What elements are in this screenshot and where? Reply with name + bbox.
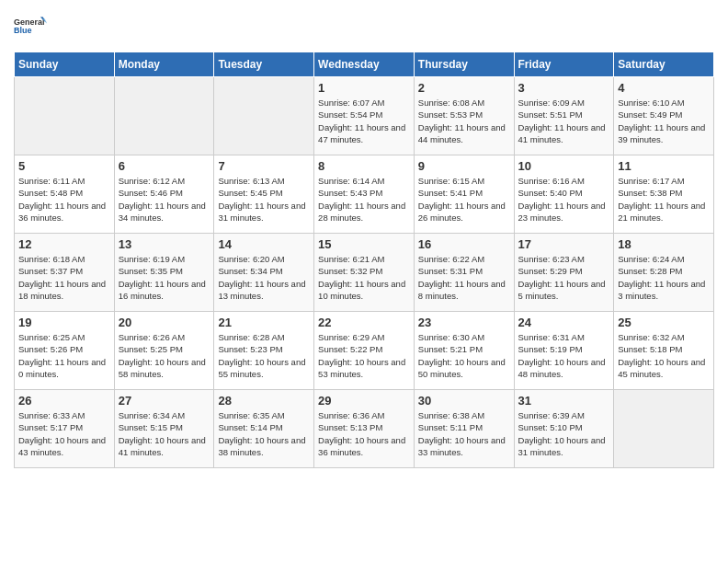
calendar-cell: 15Sunrise: 6:21 AMSunset: 5:32 PMDayligh… [314, 234, 415, 312]
day-info: Sunrise: 6:29 AMSunset: 5:22 PMDaylight:… [318, 331, 410, 380]
calendar-cell: 14Sunrise: 6:20 AMSunset: 5:34 PMDayligh… [214, 234, 314, 312]
calendar-cell: 21Sunrise: 6:28 AMSunset: 5:23 PMDayligh… [214, 312, 314, 390]
day-number: 28 [218, 394, 310, 408]
calendar-container: General Blue SundayMondayTuesdayWednesda… [0, 0, 728, 477]
calendar-cell: 9Sunrise: 6:15 AMSunset: 5:41 PMDaylight… [414, 155, 514, 234]
day-number: 18 [618, 237, 710, 251]
header: General Blue [14, 9, 714, 42]
day-info: Sunrise: 6:10 AMSunset: 5:49 PMDaylight:… [618, 97, 710, 145]
day-info: Sunrise: 6:07 AMSunset: 5:54 PMDaylight:… [318, 97, 410, 145]
day-info: Sunrise: 6:11 AMSunset: 5:48 PMDaylight:… [18, 175, 110, 224]
day-number: 21 [218, 316, 310, 329]
day-info: Sunrise: 6:08 AMSunset: 5:53 PMDaylight:… [418, 97, 510, 145]
day-number: 24 [518, 316, 610, 329]
calendar-cell: 6Sunrise: 6:12 AMSunset: 5:46 PMDaylight… [114, 155, 214, 234]
day-number: 2 [418, 81, 510, 95]
calendar-cell: 16Sunrise: 6:22 AMSunset: 5:31 PMDayligh… [414, 234, 514, 312]
calendar-cell: 2Sunrise: 6:08 AMSunset: 5:53 PMDaylight… [414, 77, 514, 155]
calendar-cell: 20Sunrise: 6:26 AMSunset: 5:25 PMDayligh… [114, 312, 214, 390]
calendar-cell: 26Sunrise: 6:33 AMSunset: 5:17 PMDayligh… [15, 390, 115, 468]
day-info: Sunrise: 6:28 AMSunset: 5:23 PMDaylight:… [218, 331, 310, 380]
day-info: Sunrise: 6:16 AMSunset: 5:40 PMDaylight:… [518, 175, 610, 224]
svg-text:General: General [14, 17, 45, 27]
day-number: 14 [218, 237, 310, 251]
day-info: Sunrise: 6:39 AMSunset: 5:10 PMDaylight:… [518, 409, 610, 458]
day-number: 3 [518, 81, 610, 95]
weekday-header-sunday: Sunday [15, 52, 115, 77]
day-info: Sunrise: 6:26 AMSunset: 5:25 PMDaylight:… [119, 331, 210, 380]
calendar-week-row: 26Sunrise: 6:33 AMSunset: 5:17 PMDayligh… [15, 390, 714, 468]
weekday-header-wednesday: Wednesday [314, 52, 415, 77]
calendar-cell: 13Sunrise: 6:19 AMSunset: 5:35 PMDayligh… [114, 234, 214, 312]
calendar-cell: 1Sunrise: 6:07 AMSunset: 5:54 PMDaylight… [314, 77, 415, 155]
day-number: 13 [119, 237, 210, 251]
day-number: 31 [518, 394, 610, 408]
calendar-cell: 25Sunrise: 6:32 AMSunset: 5:18 PMDayligh… [614, 312, 714, 390]
day-number: 9 [418, 159, 510, 173]
day-number: 1 [318, 81, 410, 95]
day-info: Sunrise: 6:30 AMSunset: 5:21 PMDaylight:… [418, 331, 510, 380]
day-number: 16 [418, 237, 510, 251]
calendar-cell: 17Sunrise: 6:23 AMSunset: 5:29 PMDayligh… [514, 234, 614, 312]
weekday-header-thursday: Thursday [414, 52, 514, 77]
day-info: Sunrise: 6:18 AMSunset: 5:37 PMDaylight:… [18, 253, 110, 302]
weekday-header-tuesday: Tuesday [214, 52, 314, 77]
calendar-cell: 23Sunrise: 6:30 AMSunset: 5:21 PMDayligh… [414, 312, 514, 390]
weekday-header-friday: Friday [514, 52, 614, 77]
calendar-week-row: 12Sunrise: 6:18 AMSunset: 5:37 PMDayligh… [15, 234, 714, 312]
calendar-cell [614, 390, 714, 468]
day-number: 26 [18, 394, 110, 408]
day-info: Sunrise: 6:31 AMSunset: 5:19 PMDaylight:… [518, 331, 610, 380]
calendar-cell [15, 77, 115, 155]
day-info: Sunrise: 6:15 AMSunset: 5:41 PMDaylight:… [418, 175, 510, 224]
weekday-header-monday: Monday [114, 52, 214, 77]
svg-text:Blue: Blue [14, 26, 32, 35]
calendar-week-row: 19Sunrise: 6:25 AMSunset: 5:26 PMDayligh… [15, 312, 714, 390]
day-number: 7 [218, 159, 310, 173]
day-info: Sunrise: 6:25 AMSunset: 5:26 PMDaylight:… [18, 331, 110, 380]
day-info: Sunrise: 6:22 AMSunset: 5:31 PMDaylight:… [418, 253, 510, 302]
day-info: Sunrise: 6:23 AMSunset: 5:29 PMDaylight:… [518, 253, 610, 302]
day-number: 29 [318, 394, 410, 408]
day-number: 25 [618, 316, 710, 329]
weekday-header-saturday: Saturday [614, 52, 714, 77]
day-number: 17 [518, 237, 610, 251]
calendar-cell: 28Sunrise: 6:35 AMSunset: 5:14 PMDayligh… [214, 390, 314, 468]
day-number: 8 [318, 159, 410, 173]
day-info: Sunrise: 6:13 AMSunset: 5:45 PMDaylight:… [218, 175, 310, 224]
day-number: 23 [418, 316, 510, 329]
calendar-cell: 8Sunrise: 6:14 AMSunset: 5:43 PMDaylight… [314, 155, 415, 234]
day-info: Sunrise: 6:20 AMSunset: 5:34 PMDaylight:… [218, 253, 310, 302]
day-info: Sunrise: 6:12 AMSunset: 5:46 PMDaylight:… [119, 175, 210, 224]
day-info: Sunrise: 6:35 AMSunset: 5:14 PMDaylight:… [218, 409, 310, 458]
calendar-cell: 4Sunrise: 6:10 AMSunset: 5:49 PMDaylight… [614, 77, 714, 155]
calendar-cell: 18Sunrise: 6:24 AMSunset: 5:28 PMDayligh… [614, 234, 714, 312]
day-number: 10 [518, 159, 610, 173]
day-info: Sunrise: 6:33 AMSunset: 5:17 PMDaylight:… [18, 409, 110, 458]
calendar-cell: 27Sunrise: 6:34 AMSunset: 5:15 PMDayligh… [114, 390, 214, 468]
calendar-cell: 5Sunrise: 6:11 AMSunset: 5:48 PMDaylight… [15, 155, 115, 234]
day-info: Sunrise: 6:36 AMSunset: 5:13 PMDaylight:… [318, 409, 410, 458]
logo-svg: General Blue [14, 9, 47, 42]
weekday-header-row: SundayMondayTuesdayWednesdayThursdayFrid… [15, 52, 714, 77]
calendar-cell: 11Sunrise: 6:17 AMSunset: 5:38 PMDayligh… [614, 155, 714, 234]
day-number: 6 [119, 159, 210, 173]
day-number: 12 [18, 237, 110, 251]
calendar-cell: 10Sunrise: 6:16 AMSunset: 5:40 PMDayligh… [514, 155, 614, 234]
day-number: 30 [418, 394, 510, 408]
day-number: 15 [318, 237, 410, 251]
day-info: Sunrise: 6:17 AMSunset: 5:38 PMDaylight:… [618, 175, 710, 224]
calendar-week-row: 1Sunrise: 6:07 AMSunset: 5:54 PMDaylight… [15, 77, 714, 155]
day-info: Sunrise: 6:21 AMSunset: 5:32 PMDaylight:… [318, 253, 410, 302]
calendar-cell: 24Sunrise: 6:31 AMSunset: 5:19 PMDayligh… [514, 312, 614, 390]
day-number: 19 [18, 316, 110, 329]
calendar-cell: 19Sunrise: 6:25 AMSunset: 5:26 PMDayligh… [15, 312, 115, 390]
day-number: 20 [119, 316, 210, 329]
day-number: 11 [618, 159, 710, 173]
day-number: 27 [119, 394, 210, 408]
logo: General Blue [14, 9, 47, 42]
calendar-cell [114, 77, 214, 155]
calendar-cell: 12Sunrise: 6:18 AMSunset: 5:37 PMDayligh… [15, 234, 115, 312]
calendar-cell: 29Sunrise: 6:36 AMSunset: 5:13 PMDayligh… [314, 390, 415, 468]
day-info: Sunrise: 6:34 AMSunset: 5:15 PMDaylight:… [119, 409, 210, 458]
